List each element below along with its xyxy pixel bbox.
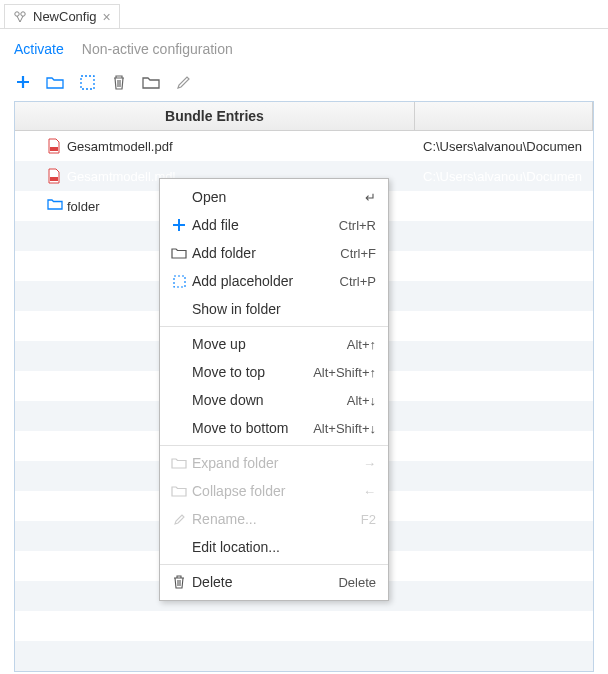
menu-shortcut: ← — [363, 484, 376, 499]
pencil-icon — [170, 513, 188, 526]
svg-rect-3 — [50, 147, 58, 151]
menu-add-placeholder[interactable]: Add placeholderCtrl+P — [160, 267, 388, 295]
menu-shortcut: ↵ — [365, 190, 376, 205]
menu-show-in-folder[interactable]: Show in folder — [160, 295, 388, 323]
actions-row: Activate Non-active configuration — [0, 29, 608, 69]
menu-move-up[interactable]: Move upAlt+↑ — [160, 330, 388, 358]
folder-icon — [170, 485, 188, 497]
table-row-empty — [15, 611, 593, 641]
menu-move-to-top[interactable]: Move to topAlt+Shift+↑ — [160, 358, 388, 386]
menu-label: Expand folder — [188, 455, 363, 471]
menu-move-down[interactable]: Move downAlt+↓ — [160, 386, 388, 414]
column-header-path[interactable] — [415, 102, 593, 130]
menu-label: Move to bottom — [188, 420, 313, 436]
tab-title: NewConfig — [33, 9, 97, 24]
menu-open[interactable]: Open↵ — [160, 183, 388, 211]
row-name: folder — [67, 199, 100, 214]
placeholder-icon — [170, 275, 188, 288]
menu-shortcut: Ctrl+R — [339, 218, 376, 233]
pdf-icon — [47, 138, 61, 154]
menu-label: Edit location... — [188, 539, 376, 555]
toolbar — [0, 69, 608, 101]
menu-shortcut: F2 — [361, 512, 376, 527]
delete-button[interactable] — [110, 73, 128, 91]
menu-label: Add folder — [188, 245, 340, 261]
close-icon[interactable]: × — [103, 10, 111, 24]
menu-label: Delete — [188, 574, 338, 590]
menu-label: Add placeholder — [188, 273, 340, 289]
add-file-button[interactable] — [14, 73, 32, 91]
menu-shortcut: Alt+Shift+↓ — [313, 421, 376, 436]
menu-label: Open — [188, 189, 365, 205]
trash-icon — [170, 575, 188, 589]
row-path: C:\Users\alvanou\Documen — [415, 169, 593, 184]
menu-expand-folder: Expand folder→ — [160, 449, 388, 477]
table-row-empty — [15, 641, 593, 671]
svg-rect-4 — [50, 177, 58, 181]
menu-edit-location[interactable]: Edit location... — [160, 533, 388, 561]
open-folder-button[interactable] — [142, 73, 160, 91]
svg-point-0 — [15, 11, 19, 15]
svg-rect-5 — [174, 276, 185, 287]
add-folder-button[interactable] — [46, 73, 64, 91]
menu-label: Move down — [188, 392, 347, 408]
menu-add-file[interactable]: Add fileCtrl+R — [160, 211, 388, 239]
plus-icon — [170, 218, 188, 232]
table-header: Bundle Entries — [15, 102, 593, 131]
tab-newconfig[interactable]: NewConfig × — [4, 4, 120, 28]
folder-open-icon — [170, 457, 188, 469]
row-name: Gesamtmodell.pdf — [67, 139, 173, 154]
menu-label: Collapse folder — [188, 483, 363, 499]
menu-shortcut: Ctrl+P — [340, 274, 376, 289]
menu-add-folder[interactable]: Add folderCtrl+F — [160, 239, 388, 267]
menu-shortcut: Ctrl+F — [340, 246, 376, 261]
mdl-icon — [47, 168, 61, 184]
table-row[interactable]: Gesamtmodell.pdfC:\Users\alvanou\Documen — [15, 131, 593, 161]
folder-icon — [47, 198, 61, 214]
config-icon — [13, 10, 27, 24]
menu-rename: Rename...F2 — [160, 505, 388, 533]
nonactive-label: Non-active configuration — [82, 41, 233, 57]
folder-open-icon — [170, 247, 188, 259]
menu-move-to-bottom[interactable]: Move to bottomAlt+Shift+↓ — [160, 414, 388, 442]
menu-shortcut: Delete — [338, 575, 376, 590]
context-menu: Open↵Add fileCtrl+RAdd folderCtrl+FAdd p… — [159, 178, 389, 601]
menu-shortcut: Alt+↓ — [347, 393, 376, 408]
svg-point-1 — [21, 11, 25, 15]
menu-separator — [160, 326, 388, 327]
menu-label: Move up — [188, 336, 347, 352]
menu-shortcut: → — [363, 456, 376, 471]
menu-label: Add file — [188, 217, 339, 233]
row-path: C:\Users\alvanou\Documen — [415, 139, 593, 154]
menu-delete[interactable]: DeleteDelete — [160, 568, 388, 596]
menu-label: Show in folder — [188, 301, 376, 317]
tab-bar: NewConfig × — [0, 0, 608, 29]
menu-shortcut: Alt+Shift+↑ — [313, 365, 376, 380]
menu-separator — [160, 445, 388, 446]
menu-label: Move to top — [188, 364, 313, 380]
column-header-entries[interactable]: Bundle Entries — [15, 102, 415, 130]
menu-collapse-folder: Collapse folder← — [160, 477, 388, 505]
svg-rect-2 — [81, 76, 94, 89]
edit-button[interactable] — [174, 73, 192, 91]
menu-shortcut: Alt+↑ — [347, 337, 376, 352]
add-placeholder-button[interactable] — [78, 73, 96, 91]
menu-label: Rename... — [188, 511, 361, 527]
menu-separator — [160, 564, 388, 565]
activate-link[interactable]: Activate — [14, 41, 64, 57]
